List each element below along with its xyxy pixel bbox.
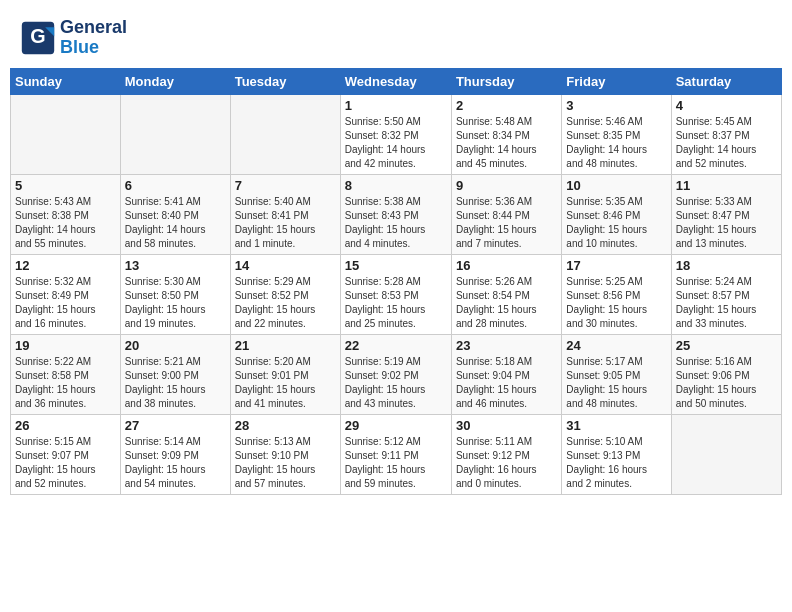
day-info: Sunrise: 5:41 AMSunset: 8:40 PMDaylight:… xyxy=(125,195,226,251)
calendar-cell: 17Sunrise: 5:25 AMSunset: 8:56 PMDayligh… xyxy=(562,254,671,334)
calendar-cell: 4Sunrise: 5:45 AMSunset: 8:37 PMDaylight… xyxy=(671,94,781,174)
day-number: 8 xyxy=(345,178,447,193)
calendar-cell: 30Sunrise: 5:11 AMSunset: 9:12 PMDayligh… xyxy=(451,414,561,494)
day-info: Sunrise: 5:32 AMSunset: 8:49 PMDaylight:… xyxy=(15,275,116,331)
day-number: 21 xyxy=(235,338,336,353)
day-info: Sunrise: 5:28 AMSunset: 8:53 PMDaylight:… xyxy=(345,275,447,331)
calendar-cell: 8Sunrise: 5:38 AMSunset: 8:43 PMDaylight… xyxy=(340,174,451,254)
day-info: Sunrise: 5:30 AMSunset: 8:50 PMDaylight:… xyxy=(125,275,226,331)
day-number: 6 xyxy=(125,178,226,193)
week-row-1: 1Sunrise: 5:50 AMSunset: 8:32 PMDaylight… xyxy=(11,94,782,174)
calendar-cell: 16Sunrise: 5:26 AMSunset: 8:54 PMDayligh… xyxy=(451,254,561,334)
day-info: Sunrise: 5:12 AMSunset: 9:11 PMDaylight:… xyxy=(345,435,447,491)
calendar-cell: 11Sunrise: 5:33 AMSunset: 8:47 PMDayligh… xyxy=(671,174,781,254)
calendar-cell: 13Sunrise: 5:30 AMSunset: 8:50 PMDayligh… xyxy=(120,254,230,334)
day-info: Sunrise: 5:33 AMSunset: 8:47 PMDaylight:… xyxy=(676,195,777,251)
weekday-tuesday: Tuesday xyxy=(230,68,340,94)
week-row-4: 19Sunrise: 5:22 AMSunset: 8:58 PMDayligh… xyxy=(11,334,782,414)
day-number: 11 xyxy=(676,178,777,193)
week-row-5: 26Sunrise: 5:15 AMSunset: 9:07 PMDayligh… xyxy=(11,414,782,494)
day-number: 30 xyxy=(456,418,557,433)
day-number: 18 xyxy=(676,258,777,273)
day-info: Sunrise: 5:45 AMSunset: 8:37 PMDaylight:… xyxy=(676,115,777,171)
calendar-cell: 29Sunrise: 5:12 AMSunset: 9:11 PMDayligh… xyxy=(340,414,451,494)
day-number: 4 xyxy=(676,98,777,113)
weekday-thursday: Thursday xyxy=(451,68,561,94)
day-info: Sunrise: 5:25 AMSunset: 8:56 PMDaylight:… xyxy=(566,275,666,331)
calendar-cell: 2Sunrise: 5:48 AMSunset: 8:34 PMDaylight… xyxy=(451,94,561,174)
calendar-cell: 14Sunrise: 5:29 AMSunset: 8:52 PMDayligh… xyxy=(230,254,340,334)
day-number: 26 xyxy=(15,418,116,433)
weekday-monday: Monday xyxy=(120,68,230,94)
calendar-cell: 21Sunrise: 5:20 AMSunset: 9:01 PMDayligh… xyxy=(230,334,340,414)
logo: G General Blue xyxy=(20,18,127,58)
day-info: Sunrise: 5:26 AMSunset: 8:54 PMDaylight:… xyxy=(456,275,557,331)
calendar-cell: 27Sunrise: 5:14 AMSunset: 9:09 PMDayligh… xyxy=(120,414,230,494)
day-info: Sunrise: 5:38 AMSunset: 8:43 PMDaylight:… xyxy=(345,195,447,251)
day-info: Sunrise: 5:43 AMSunset: 8:38 PMDaylight:… xyxy=(15,195,116,251)
calendar-cell: 31Sunrise: 5:10 AMSunset: 9:13 PMDayligh… xyxy=(562,414,671,494)
weekday-sunday: Sunday xyxy=(11,68,121,94)
week-row-2: 5Sunrise: 5:43 AMSunset: 8:38 PMDaylight… xyxy=(11,174,782,254)
calendar-cell xyxy=(11,94,121,174)
calendar-body: 1Sunrise: 5:50 AMSunset: 8:32 PMDaylight… xyxy=(11,94,782,494)
calendar-cell: 3Sunrise: 5:46 AMSunset: 8:35 PMDaylight… xyxy=(562,94,671,174)
day-number: 15 xyxy=(345,258,447,273)
day-number: 29 xyxy=(345,418,447,433)
day-number: 27 xyxy=(125,418,226,433)
day-number: 19 xyxy=(15,338,116,353)
day-info: Sunrise: 5:18 AMSunset: 9:04 PMDaylight:… xyxy=(456,355,557,411)
calendar-cell: 25Sunrise: 5:16 AMSunset: 9:06 PMDayligh… xyxy=(671,334,781,414)
day-info: Sunrise: 5:40 AMSunset: 8:41 PMDaylight:… xyxy=(235,195,336,251)
calendar-cell: 9Sunrise: 5:36 AMSunset: 8:44 PMDaylight… xyxy=(451,174,561,254)
day-number: 7 xyxy=(235,178,336,193)
week-row-3: 12Sunrise: 5:32 AMSunset: 8:49 PMDayligh… xyxy=(11,254,782,334)
day-info: Sunrise: 5:15 AMSunset: 9:07 PMDaylight:… xyxy=(15,435,116,491)
day-number: 9 xyxy=(456,178,557,193)
day-info: Sunrise: 5:29 AMSunset: 8:52 PMDaylight:… xyxy=(235,275,336,331)
day-info: Sunrise: 5:48 AMSunset: 8:34 PMDaylight:… xyxy=(456,115,557,171)
calendar-cell: 26Sunrise: 5:15 AMSunset: 9:07 PMDayligh… xyxy=(11,414,121,494)
day-number: 1 xyxy=(345,98,447,113)
day-number: 5 xyxy=(15,178,116,193)
calendar-cell: 19Sunrise: 5:22 AMSunset: 8:58 PMDayligh… xyxy=(11,334,121,414)
day-info: Sunrise: 5:50 AMSunset: 8:32 PMDaylight:… xyxy=(345,115,447,171)
day-number: 16 xyxy=(456,258,557,273)
day-info: Sunrise: 5:14 AMSunset: 9:09 PMDaylight:… xyxy=(125,435,226,491)
day-info: Sunrise: 5:21 AMSunset: 9:00 PMDaylight:… xyxy=(125,355,226,411)
weekday-friday: Friday xyxy=(562,68,671,94)
calendar-cell: 7Sunrise: 5:40 AMSunset: 8:41 PMDaylight… xyxy=(230,174,340,254)
day-number: 25 xyxy=(676,338,777,353)
day-info: Sunrise: 5:13 AMSunset: 9:10 PMDaylight:… xyxy=(235,435,336,491)
day-number: 10 xyxy=(566,178,666,193)
weekday-header-row: SundayMondayTuesdayWednesdayThursdayFrid… xyxy=(11,68,782,94)
logo-icon: G xyxy=(20,20,56,56)
day-info: Sunrise: 5:20 AMSunset: 9:01 PMDaylight:… xyxy=(235,355,336,411)
day-number: 23 xyxy=(456,338,557,353)
calendar-cell xyxy=(120,94,230,174)
calendar-cell: 20Sunrise: 5:21 AMSunset: 9:00 PMDayligh… xyxy=(120,334,230,414)
calendar-cell: 5Sunrise: 5:43 AMSunset: 8:38 PMDaylight… xyxy=(11,174,121,254)
day-info: Sunrise: 5:16 AMSunset: 9:06 PMDaylight:… xyxy=(676,355,777,411)
day-number: 20 xyxy=(125,338,226,353)
calendar-cell: 15Sunrise: 5:28 AMSunset: 8:53 PMDayligh… xyxy=(340,254,451,334)
day-info: Sunrise: 5:11 AMSunset: 9:12 PMDaylight:… xyxy=(456,435,557,491)
day-info: Sunrise: 5:46 AMSunset: 8:35 PMDaylight:… xyxy=(566,115,666,171)
calendar-cell: 23Sunrise: 5:18 AMSunset: 9:04 PMDayligh… xyxy=(451,334,561,414)
svg-text:G: G xyxy=(30,25,45,47)
day-number: 17 xyxy=(566,258,666,273)
calendar-cell xyxy=(230,94,340,174)
calendar-cell: 6Sunrise: 5:41 AMSunset: 8:40 PMDaylight… xyxy=(120,174,230,254)
day-info: Sunrise: 5:22 AMSunset: 8:58 PMDaylight:… xyxy=(15,355,116,411)
day-number: 2 xyxy=(456,98,557,113)
day-number: 28 xyxy=(235,418,336,433)
weekday-saturday: Saturday xyxy=(671,68,781,94)
day-number: 31 xyxy=(566,418,666,433)
calendar-cell xyxy=(671,414,781,494)
day-number: 12 xyxy=(15,258,116,273)
day-number: 13 xyxy=(125,258,226,273)
calendar-table: SundayMondayTuesdayWednesdayThursdayFrid… xyxy=(10,68,782,495)
day-info: Sunrise: 5:10 AMSunset: 9:13 PMDaylight:… xyxy=(566,435,666,491)
day-info: Sunrise: 5:19 AMSunset: 9:02 PMDaylight:… xyxy=(345,355,447,411)
calendar-cell: 28Sunrise: 5:13 AMSunset: 9:10 PMDayligh… xyxy=(230,414,340,494)
